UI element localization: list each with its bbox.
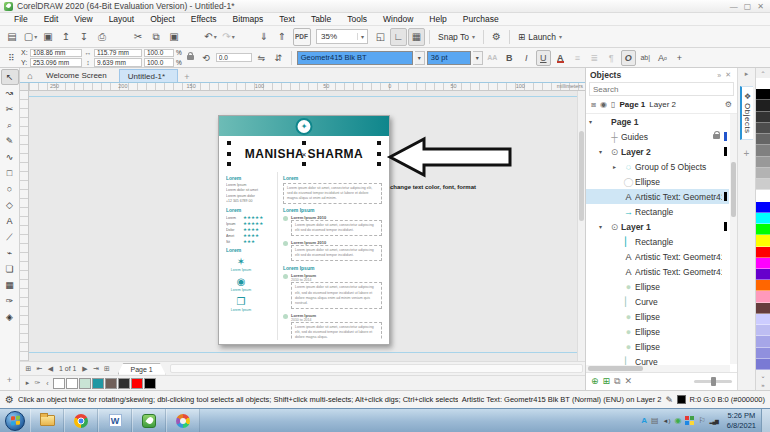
color-swatch[interactable]: [105, 378, 117, 389]
selection-handle[interactable]: [227, 162, 231, 166]
color-swatch[interactable]: [131, 378, 143, 389]
mirror-vertical-button[interactable]: ⇵: [271, 50, 286, 66]
tree-horizontal-scrollbar[interactable]: [586, 365, 730, 372]
color-swatch[interactable]: [756, 190, 770, 201]
options-gear-button[interactable]: ⚙: [488, 28, 505, 46]
polygon-tool[interactable]: ◇: [1, 197, 19, 213]
upload-button[interactable]: ↥: [58, 28, 75, 46]
color-swatch[interactable]: [756, 134, 770, 145]
tree-row[interactable]: ● Ellipse: [586, 339, 729, 354]
duplicate-layer-button[interactable]: ⧉: [614, 376, 620, 387]
taskbar-explorer-button[interactable]: [30, 409, 64, 432]
scale-horizontal-field[interactable]: [144, 49, 174, 58]
add-page-after-button[interactable]: ⊞: [103, 365, 112, 373]
pick-tool[interactable]: ↖: [1, 69, 19, 85]
object-width-field[interactable]: [94, 49, 142, 58]
resume-page[interactable]: ✦ MANISHA SHARMA ✕: [218, 115, 390, 345]
zoom-level-select[interactable]: 35% ▾: [316, 29, 368, 44]
tree-row[interactable]: A Artistic Text: Geometr415 Bl...: [586, 249, 729, 264]
color-swatch[interactable]: [756, 179, 770, 190]
connector-tool[interactable]: ⌁: [1, 245, 19, 261]
open-button[interactable]: ▢▾: [22, 28, 39, 46]
tree-row[interactable]: ● Ellipse: [586, 324, 729, 339]
menu-item[interactable]: Table: [303, 14, 339, 24]
thumbnail-size-slider[interactable]: [694, 380, 732, 383]
maximize-icon[interactable]: ▢: [744, 2, 752, 11]
new-layer-button[interactable]: ⊕: [591, 376, 599, 387]
tray-clipboard-icon[interactable]: ▤: [651, 416, 659, 425]
separator[interactable]: [238, 28, 255, 46]
menu-item[interactable]: Window: [375, 14, 421, 24]
strip-collapse-icon[interactable]: ▸: [745, 70, 749, 82]
pdf-button[interactable]: PDF: [293, 28, 311, 46]
tray-volume-icon[interactable]: ◄): [662, 418, 670, 424]
tree-row[interactable]: ▏ Curve: [586, 294, 729, 309]
previous-page-button[interactable]: ◀: [46, 365, 55, 373]
tree-row[interactable]: ● Ellipse: [586, 309, 729, 324]
page-icon[interactable]: ▯: [611, 100, 615, 109]
taskbar-coreldraw-button[interactable]: [132, 409, 166, 432]
zoom-tool[interactable]: ⌕: [1, 117, 19, 133]
tree-row[interactable]: ▸ ◌ Group of 5 Objects: [586, 159, 729, 174]
tree-row[interactable]: ▾ Page 1: [586, 114, 729, 129]
guideline-bottom[interactable]: [29, 352, 577, 353]
tray-color-grid-icon[interactable]: [685, 416, 694, 425]
text-properties-button[interactable]: A: [655, 50, 670, 66]
docker-collapse-icon[interactable]: »: [715, 72, 723, 79]
launch-dropdown[interactable]: ⊞ Launch ▾: [514, 32, 566, 42]
color-swatch[interactable]: [756, 145, 770, 156]
scale-vertical-field[interactable]: [144, 58, 174, 67]
add-page-before-button[interactable]: ⊞: [24, 365, 33, 373]
outline-button[interactable]: O: [621, 50, 636, 66]
y-position-field[interactable]: [30, 58, 82, 67]
numbered-list-button[interactable]: ≣: [587, 50, 602, 66]
color-swatch[interactable]: [756, 100, 770, 111]
color-swatch[interactable]: [756, 157, 770, 168]
tree-row[interactable]: A Artistic Text: Geometr415 Bl...: [586, 264, 729, 279]
visibility-icon[interactable]: ◉: [600, 100, 607, 109]
font-size-select[interactable]: 36 pt: [427, 51, 471, 65]
color-swatch[interactable]: [756, 258, 770, 269]
selection-handle[interactable]: [377, 141, 381, 145]
color-swatch[interactable]: [53, 378, 65, 389]
expander-icon[interactable]: ▾: [599, 148, 608, 155]
taskbar-chrome-button[interactable]: [64, 409, 98, 432]
show-rulers-button[interactable]: ∟: [390, 28, 407, 46]
menu-item[interactable]: Edit: [36, 14, 67, 24]
menu-item[interactable]: Purchase: [455, 14, 507, 24]
redo-button[interactable]: ↷▾: [220, 28, 237, 46]
bold-button[interactable]: B: [502, 50, 517, 66]
parallel-dimension-tool[interactable]: ⟋: [1, 229, 19, 245]
color-swatch[interactable]: [756, 348, 770, 359]
color-eyedropper-tool[interactable]: ✑: [1, 293, 19, 309]
expander-icon[interactable]: ▾: [599, 223, 608, 230]
drop-cap-button[interactable]: ¶: [604, 50, 619, 66]
color-swatch[interactable]: [756, 224, 770, 235]
gear-icon[interactable]: ⚙: [5, 394, 14, 405]
canvas[interactable]: ✦ MANISHA SHARMA ✕: [20, 91, 585, 361]
vertical-ruler[interactable]: [20, 91, 29, 361]
last-page-button[interactable]: ⇥: [92, 365, 101, 373]
mirror-horizontal-button[interactable]: ⇋: [254, 50, 269, 66]
edit-text-button[interactable]: ab|: [638, 50, 653, 66]
selection-handle[interactable]: [302, 162, 306, 166]
export-button[interactable]: ⇑: [274, 28, 291, 46]
menu-item[interactable]: Bitmaps: [225, 14, 272, 24]
canvas-horizontal-scrollbar[interactable]: [170, 364, 583, 373]
import-button[interactable]: ⇓: [256, 28, 273, 46]
tree-vertical-scrollbar[interactable]: [730, 114, 737, 364]
expander-icon[interactable]: ▸: [613, 163, 622, 170]
color-swatch[interactable]: [756, 112, 770, 123]
chevron-down-icon[interactable]: ▾: [415, 51, 425, 65]
menu-item[interactable]: Effects: [183, 14, 225, 24]
separator[interactable]: [184, 28, 201, 46]
crop-tool[interactable]: ✂: [1, 101, 19, 117]
cut-button[interactable]: ✂: [130, 28, 147, 46]
docker-close-icon[interactable]: ✕: [723, 71, 733, 79]
page-tab[interactable]: Page 1: [118, 363, 166, 375]
color-swatch[interactable]: [79, 378, 91, 389]
palette-scroll-up[interactable]: ⌃: [756, 68, 770, 78]
tree-row[interactable]: ┼ Guides: [586, 129, 729, 144]
color-swatch[interactable]: [756, 269, 770, 280]
tree-row[interactable]: ● Ellipse: [586, 279, 729, 294]
